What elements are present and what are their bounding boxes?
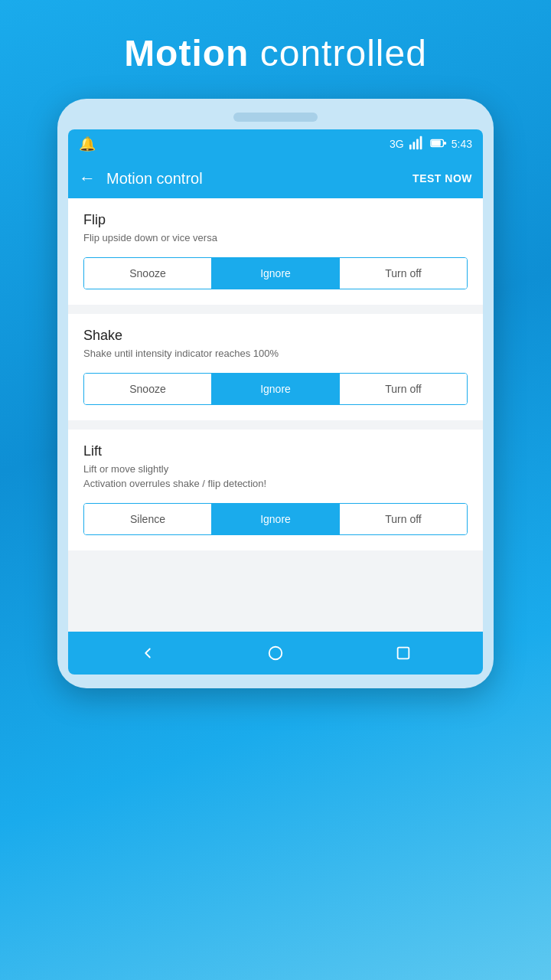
- shake-button-group: Snooze Ignore Turn off: [83, 373, 468, 405]
- signal-icon: [409, 135, 425, 154]
- phone-notch: [233, 113, 318, 122]
- status-bar-right: 3G 5:43: [390, 135, 472, 154]
- bell-icon: 🔔: [79, 136, 96, 152]
- svg-rect-0: [409, 144, 412, 149]
- back-button[interactable]: ←: [79, 168, 96, 188]
- phone-outer: 🔔 3G 5:43 ← Motion control TEST NOW: [57, 99, 494, 688]
- network-indicator: 3G: [390, 138, 404, 150]
- lift-button-group: Silence Ignore Turn off: [83, 503, 468, 535]
- battery-icon: [430, 135, 447, 154]
- svg-rect-8: [398, 647, 409, 658]
- lift-description: Lift or move slightly Activation overrul…: [83, 462, 468, 490]
- shake-ignore-button[interactable]: Ignore: [212, 374, 340, 404]
- flip-button-group: Snooze Ignore Turn off: [83, 257, 468, 289]
- status-bar: 🔔 3G 5:43: [68, 129, 483, 158]
- lift-title: Lift: [83, 443, 468, 459]
- lift-section: Lift Lift or move slightly Activation ov…: [68, 430, 483, 550]
- svg-rect-1: [412, 142, 415, 149]
- nav-home-button[interactable]: [267, 645, 284, 662]
- svg-point-7: [269, 647, 282, 660]
- content-area: Flip Flip upside down or vice versa Snoo…: [68, 198, 483, 632]
- nav-bar: [68, 632, 483, 675]
- svg-rect-6: [443, 142, 446, 145]
- test-now-button[interactable]: TEST NOW: [412, 172, 472, 185]
- shake-turnoff-button[interactable]: Turn off: [340, 374, 467, 404]
- app-bar: ← Motion control TEST NOW: [68, 158, 483, 198]
- shake-description: Shake until intensity indicator reaches …: [83, 347, 468, 361]
- headline: Motion controlled: [124, 32, 427, 74]
- svg-rect-5: [432, 140, 441, 145]
- flip-description: Flip upside down or vice versa: [83, 231, 468, 245]
- svg-rect-3: [419, 136, 422, 149]
- flip-title: Flip: [83, 212, 468, 228]
- flip-snooze-button[interactable]: Snooze: [84, 258, 212, 289]
- lift-desc-line1: Lift or move slightly: [83, 463, 168, 475]
- lift-desc-line2: Activation overrules shake / flip detect…: [83, 478, 266, 489]
- nav-back-button[interactable]: [139, 645, 156, 662]
- flip-turnoff-button[interactable]: Turn off: [340, 258, 467, 289]
- nav-recent-button[interactable]: [395, 645, 412, 662]
- time-display: 5:43: [452, 138, 472, 150]
- headline-bold: Motion: [124, 33, 249, 74]
- lift-silence-button[interactable]: Silence: [84, 504, 212, 534]
- app-bar-title: Motion control: [106, 170, 412, 188]
- headline-rest: controlled: [249, 33, 426, 74]
- svg-rect-2: [416, 139, 419, 149]
- phone-screen: 🔔 3G 5:43 ← Motion control TEST NOW: [68, 129, 483, 675]
- flip-section: Flip Flip upside down or vice versa Snoo…: [68, 198, 483, 305]
- shake-section: Shake Shake until intensity indicator re…: [68, 314, 483, 420]
- flip-ignore-button[interactable]: Ignore: [212, 258, 340, 289]
- lift-ignore-button[interactable]: Ignore: [212, 504, 340, 534]
- status-bar-left: 🔔: [79, 136, 96, 152]
- shake-snooze-button[interactable]: Snooze: [84, 374, 212, 404]
- shake-title: Shake: [83, 328, 468, 344]
- lift-turnoff-button[interactable]: Turn off: [340, 504, 467, 534]
